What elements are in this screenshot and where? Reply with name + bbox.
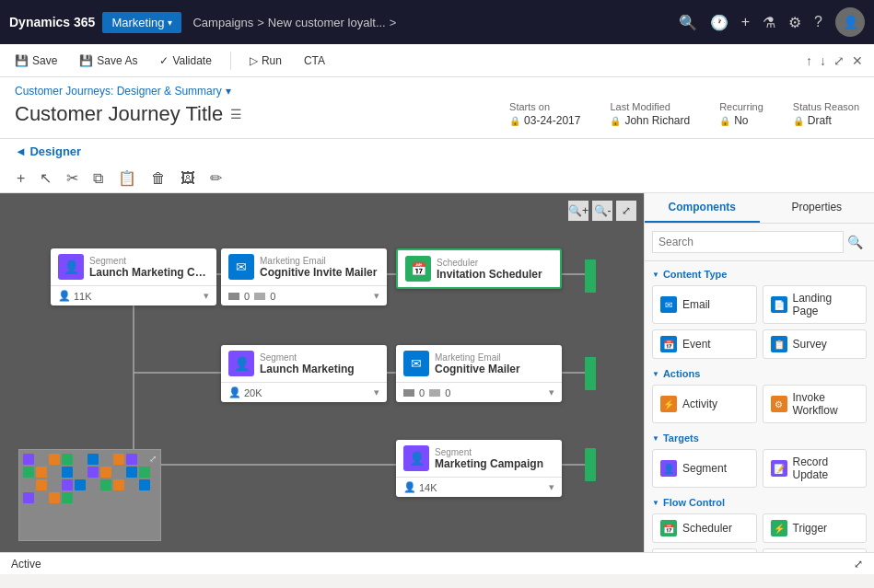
mini-tile [126,454,137,465]
component-label: Segment [682,462,727,475]
node-segment-launch-marketing-campaign[interactable]: 👤 Segment Launch Marketing Campaign 👤 11… [51,248,216,306]
copy-tool-button[interactable]: ⧉ [91,168,105,189]
person-icon: 👤 [58,290,71,302]
node-scheduler-invitation[interactable]: 📅 Scheduler Invitation Scheduler [396,248,562,289]
svg-rect-11 [585,357,596,390]
node-dropdown-icon[interactable]: ▾ [374,290,379,302]
history-icon[interactable]: 🕐 [710,14,728,31]
mini-map-content [19,450,160,507]
panel-content: Content Type✉Email📄Landing Page📅Event📋Su… [645,261,874,552]
user-avatar[interactable]: 👤 [835,7,865,37]
close-icon[interactable]: ✕ [852,53,863,68]
component-item-invoke-workflow[interactable]: ⚙Invoke Workflow [763,385,868,423]
designer-toolbar: + ↖ ✂ ⧉ 📋 🗑 🖼 ✏ [0,164,874,193]
title-menu-icon[interactable]: ☰ [230,107,242,121]
edit-tool-button[interactable]: ✏ [208,167,224,189]
tab-components[interactable]: Components [645,193,760,223]
component-section: Actions⚡Activity⚙Invoke Workflow [652,368,867,423]
down-icon[interactable]: ↓ [820,53,826,68]
recurring-meta: Recurring 🔒 No [719,101,763,127]
cut-tool-button[interactable]: ✂ [64,167,80,189]
lock-icon-1: 🔒 [509,116,520,126]
component-item-event[interactable]: 📅Event [652,329,757,359]
component-item-landing-page[interactable]: 📄Landing Page [763,285,868,324]
node-dropdown-icon[interactable]: ▾ [374,386,379,398]
component-label: Survey [793,338,827,351]
designer-breadcrumb[interactable]: Customer Journeys: Designer & Summary ▾ [15,85,859,98]
app-switcher[interactable]: Marketing ▾ [102,12,181,33]
tab-properties[interactable]: Properties [760,193,875,223]
help-icon[interactable]: ? [814,14,822,30]
component-label: Activity [682,398,717,410]
mini-tile [126,479,137,490]
node-email-cognitive-invite[interactable]: ✉ Marketing Email Cognitive Invite Maile… [221,248,387,306]
search-input[interactable] [652,231,844,253]
component-label: Scheduler [682,522,732,535]
component-item-survey[interactable]: 📋Survey [763,329,868,359]
validate-button[interactable]: ✓ Validate [156,52,215,69]
panel-search: 🔍 [645,224,874,261]
fit-screen-button[interactable]: ⤢ [616,201,636,221]
designer-header[interactable]: ◄ Designer [0,139,874,164]
node-info: Marketing Email Cognitive Invite Mailer [260,256,379,279]
save-as-button[interactable]: 💾 Save As [76,52,141,69]
node-title: Launch Marketing Campaign [89,266,209,279]
settings-icon[interactable]: ⚙ [788,14,801,31]
zoom-in-button[interactable]: 🔍+ [568,201,588,221]
node-dropdown-icon[interactable]: ▾ [204,290,209,302]
node-segment-launch-marketing[interactable]: 👤 Segment Launch Marketing 👤 20K ▾ [221,345,387,402]
mini-map-close-icon[interactable]: ⤢ [149,454,157,464]
search-icon: 🔍 [844,233,867,251]
paste-tool-button[interactable]: 📋 [116,167,138,189]
component-item-record-update[interactable]: 📝Record Update [763,449,868,488]
expand-icon[interactable]: ⤢ [854,558,863,571]
add-icon[interactable]: + [741,14,750,30]
save-button[interactable]: 💾 Save [11,52,61,69]
breadcrumb-campaigns[interactable]: Campaigns [192,16,253,29]
up-icon[interactable]: ↑ [806,53,812,68]
section-title: Actions [652,368,867,379]
filter-icon[interactable]: ⚗ [763,14,775,31]
component-item-splitter-rule[interactable]: ⑂Splitter Rule [763,548,868,552]
node-header: 👤 Segment Marketing Campaign [396,440,562,477]
component-item-splitter[interactable]: ⑂Splitter [652,548,757,552]
image-tool-button[interactable]: 🖼 [179,168,197,189]
node-type: Segment [435,447,554,457]
run-button[interactable]: ▷ Run [246,52,286,69]
component-item-segment[interactable]: 👤Segment [652,449,757,488]
breadcrumb-journey[interactable]: New customer loyalt... [268,16,386,29]
node-dropdown-icon[interactable]: ▾ [549,481,554,493]
status-meta: Status Reason 🔒 Draft [793,101,859,127]
node-segment-marketing-campaign[interactable]: 👤 Segment Marketing Campaign 👤 14K ▾ [396,440,562,497]
pointer-tool-button[interactable]: ↖ [38,167,53,189]
node-footer: 0 0 ▾ [221,285,387,306]
stat2: 0 [445,387,450,398]
mini-tile [87,454,99,465]
component-item-activity[interactable]: ⚡Activity [652,385,757,423]
mini-tile [49,479,60,490]
node-info: Segment Launch Marketing Campaign [89,256,209,279]
nav-icons: 🔍 🕐 + ⚗ ⚙ ? 👤 [679,7,865,37]
email-icon: ✉ [403,351,429,376]
app-logo: Dynamics 365 [9,15,95,29]
last-modified-value: 🔒 John Richard [610,114,690,127]
node-email-cognitive-mailer[interactable]: ✉ Marketing Email Cognitive Mailer 0 0 ▾ [396,345,562,402]
expand-icon[interactable]: ⤢ [833,53,845,68]
delete-tool-button[interactable]: 🗑 [149,168,168,189]
mini-tile [36,479,47,490]
mini-tile [113,479,124,490]
component-item-email[interactable]: ✉Email [652,285,757,324]
search-icon[interactable]: 🔍 [679,14,697,31]
zoom-out-button[interactable]: 🔍- [592,201,612,221]
component-icon: 📅 [660,336,677,352]
cta-button[interactable]: CTA [300,52,329,69]
canvas[interactable]: 🔍+ 🔍- ⤢ 👤 Segment Launch Marketing Campa… [0,193,644,552]
page-meta: Starts on 🔒 03-24-2017 Last Modified 🔒 J… [509,101,859,127]
save-icon: 💾 [15,54,29,67]
add-tool-button[interactable]: + [15,168,27,189]
component-item-trigger[interactable]: ⚡Trigger [763,513,868,543]
component-icon: ✉ [660,296,677,313]
component-item-scheduler[interactable]: 📅Scheduler [652,513,757,543]
node-dropdown-icon[interactable]: ▾ [549,386,554,398]
section-title: Targets [652,432,867,444]
